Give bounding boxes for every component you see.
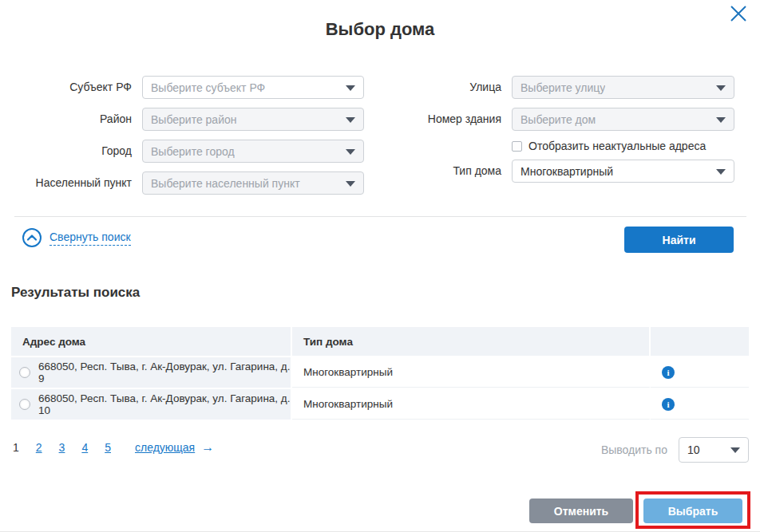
row-radio-button[interactable]	[19, 399, 30, 410]
close-icon	[729, 4, 748, 26]
pagination-current-page: 1	[13, 441, 19, 454]
select-value: Многоквартирный	[521, 165, 613, 178]
field-subject-rf: Субъект РФ Выберите субъект РФ	[0, 76, 364, 99]
pagination-page-5[interactable]: 5	[105, 441, 111, 454]
house-type-label: Тип дома	[370, 160, 512, 183]
chevron-down-icon	[346, 181, 355, 187]
row-radio-button[interactable]	[19, 367, 30, 378]
house-type-select[interactable]: Многоквартирный	[512, 160, 734, 183]
page-title: Выбор дома	[0, 19, 760, 40]
page-size-control: Выводить по 10	[601, 437, 749, 463]
building-number-label: Номер здания	[370, 108, 512, 131]
info-cell: i	[651, 357, 749, 388]
info-cell: i	[651, 389, 749, 420]
chevron-down-icon	[346, 149, 355, 155]
field-building-number: Номер здания Выберите дом	[370, 108, 734, 131]
find-button[interactable]: Найти	[624, 227, 734, 253]
collapse-search-link[interactable]: Свернуть поиск	[22, 228, 131, 247]
column-header-address: Адрес дома	[11, 327, 292, 356]
chevron-down-icon	[346, 85, 355, 91]
select-placeholder: Выберите дом	[521, 113, 596, 126]
district-label: Район	[0, 108, 142, 131]
search-form-left-column: Субъект РФ Выберите субъект РФ Район Выб…	[0, 76, 364, 203]
table-header-row: Адрес дома Тип дома	[11, 327, 749, 356]
pagination-next-link[interactable]: следующая	[135, 441, 195, 454]
show-inactive-addresses-checkbox[interactable]	[512, 141, 522, 152]
show-inactive-addresses-row: Отобразить неактуальные адреса	[512, 140, 734, 152]
address-cell: 668050, Респ. Тыва, г. Ак-Довурак, ул. Г…	[11, 357, 292, 388]
field-street: Улица Выберите улицу	[370, 76, 734, 99]
subject-rf-select[interactable]: Выберите субъект РФ	[142, 76, 364, 99]
select-placeholder: Выберите город	[151, 145, 235, 158]
subject-rf-label: Субъект РФ	[0, 76, 142, 99]
house-type-cell: Многоквартирный	[292, 389, 651, 420]
pagination-page-2[interactable]: 2	[36, 441, 42, 454]
house-type-cell: Многоквартирный	[292, 357, 651, 388]
chevron-down-icon	[716, 169, 726, 175]
district-select[interactable]: Выберите район	[142, 108, 364, 131]
column-header-empty	[651, 327, 749, 356]
address-text: 668050, Респ. Тыва, г. Ак-Довурак, ул. Г…	[38, 361, 291, 384]
table-row: 668050, Респ. Тыва, г. Ак-Довурак, ул. Г…	[11, 357, 749, 388]
select-value: 10	[687, 443, 700, 456]
select-placeholder: Выберите населенный пункт	[151, 177, 300, 190]
building-number-select[interactable]: Выберите дом	[512, 108, 734, 131]
column-header-house-type: Тип дома	[292, 327, 651, 356]
cancel-button[interactable]: Отменить	[529, 499, 633, 523]
field-house-type: Тип дома Многоквартирный	[370, 160, 734, 183]
search-form-right-column: Улица Выберите улицу Номер здания Выбери…	[370, 76, 734, 191]
results-heading: Результаты поиска	[11, 285, 140, 301]
select-placeholder: Выберите район	[151, 113, 237, 126]
info-icon[interactable]: i	[662, 366, 675, 379]
address-cell: 668050, Респ. Тыва, г. Ак-Довурак, ул. Г…	[11, 389, 292, 420]
pagination-page-3[interactable]: 3	[59, 441, 65, 454]
settlement-label: Населенный пункт	[0, 171, 142, 195]
page-size-select[interactable]: 10	[679, 437, 749, 463]
select-placeholder: Выберите субъект РФ	[151, 81, 265, 94]
select-button[interactable]: Выбрать	[643, 499, 742, 523]
results-table: Адрес дома Тип дома 668050, Респ. Тыва, …	[11, 327, 749, 420]
settlement-select[interactable]: Выберите населенный пункт	[142, 171, 364, 195]
street-label: Улица	[370, 76, 512, 99]
arrow-right-icon: →	[201, 440, 214, 455]
table-row: 668050, Респ. Тыва, г. Ак-Довурак, ул. Г…	[11, 389, 749, 420]
chevron-up-circle-icon	[22, 228, 42, 247]
address-text: 668050, Респ. Тыва, г. Ак-Довурак, ул. Г…	[38, 392, 291, 416]
city-select[interactable]: Выберите город	[142, 140, 364, 163]
field-district: Район Выберите район	[0, 108, 364, 131]
pagination: 1 2 3 4 5 следующая →	[13, 440, 214, 455]
info-icon[interactable]: i	[662, 398, 675, 411]
chevron-down-icon	[346, 117, 355, 123]
chevron-down-icon	[716, 85, 726, 91]
pagination-page-4[interactable]: 4	[81, 441, 88, 454]
field-city: Город Выберите город	[0, 140, 364, 163]
show-inactive-addresses-label: Отобразить неактуальные адреса	[528, 140, 706, 152]
close-button[interactable]	[727, 4, 750, 26]
field-settlement: Населенный пункт Выберите населенный пун…	[0, 171, 364, 195]
collapse-search-label: Свернуть поиск	[49, 231, 131, 246]
select-placeholder: Выберите улицу	[521, 81, 605, 94]
form-divider	[14, 216, 746, 217]
page-size-label: Выводить по	[601, 443, 667, 456]
city-label: Город	[0, 140, 142, 163]
chevron-down-icon	[716, 117, 726, 123]
street-select[interactable]: Выберите улицу	[512, 76, 734, 99]
chevron-down-icon	[730, 447, 740, 453]
